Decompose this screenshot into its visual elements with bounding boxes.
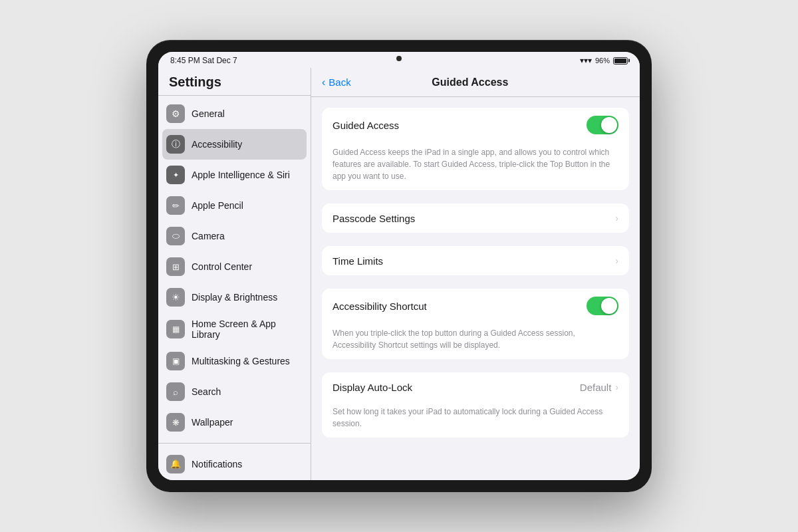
notifications-icon: 🔔 xyxy=(166,455,185,473)
guided-access-toggle-thumb xyxy=(601,117,617,133)
sidebar-item-multitasking[interactable]: ▣ Multitasking & Gestures xyxy=(158,346,311,376)
guided-access-label: Guided Access xyxy=(332,120,587,131)
back-chevron-icon: ‹ xyxy=(322,76,325,88)
accessibility-shortcut-card: Accessibility Shortcut When you triple-c… xyxy=(322,289,629,359)
battery-fill xyxy=(614,59,626,63)
display-auto-lock-card: Display Auto-Lock Default › Set how long… xyxy=(322,372,629,438)
sidebar-item-apple-intelligence[interactable]: ✦ Apple Intelligence & Siri xyxy=(158,160,311,190)
apple-intelligence-icon: ✦ xyxy=(166,166,185,184)
sidebar-item-sounds[interactable]: 🔊 Sounds xyxy=(158,479,311,481)
guided-access-toggle[interactable] xyxy=(587,116,618,134)
wallpaper-label: Wallpaper xyxy=(192,417,303,428)
accessibility-shortcut-label: Accessibility Shortcut xyxy=(332,301,587,312)
passcode-settings-card: Passcode Settings › xyxy=(322,203,629,233)
apple-intelligence-label: Apple Intelligence & Siri xyxy=(192,170,303,180)
display-auto-lock-value: Default xyxy=(580,382,612,393)
settings-list: ⚙ General ⓘ Accessibility ✦ Apple Intell… xyxy=(158,96,311,480)
battery-icon xyxy=(613,57,628,65)
home-screen-icon: ▦ xyxy=(166,320,185,338)
display-auto-lock-label: Display Auto-Lock xyxy=(332,382,580,393)
general-icon: ⚙ xyxy=(166,104,185,123)
back-label: Back xyxy=(329,76,350,88)
guided-access-row: Guided Access xyxy=(322,108,629,142)
battery-pct: 96% xyxy=(595,57,610,65)
content-area: Settings ⚙ General ⓘ Accessibility xyxy=(158,68,640,480)
sidebar-item-display-brightness[interactable]: ☀ Display & Brightness xyxy=(158,282,311,313)
display-auto-lock-chevron-icon: › xyxy=(615,382,618,392)
ipad-frame: 8:45 PM Sat Dec 7 ▾▾▾ 96% Settings xyxy=(146,40,652,492)
time-limits-card: Time Limits › xyxy=(322,246,629,275)
passcode-chevron-icon: › xyxy=(615,213,618,223)
sidebar-divider xyxy=(158,443,311,444)
search-icon: ⌕ xyxy=(166,382,185,401)
sidebar-item-search[interactable]: ⌕ Search xyxy=(158,376,311,407)
apple-pencil-icon: ✏ xyxy=(166,196,185,215)
sidebar-item-control-center[interactable]: ⊞ Control Center xyxy=(158,251,311,282)
camera-dot xyxy=(396,56,402,61)
right-panel-title: Guided Access xyxy=(351,76,589,88)
back-button[interactable]: ‹ Back xyxy=(322,76,351,88)
status-time: 8:45 PM Sat Dec 7 xyxy=(170,56,237,65)
guided-access-description: Guided Access keeps the iPad in a single… xyxy=(322,142,629,190)
accessibility-shortcut-toggle-thumb xyxy=(601,298,617,314)
display-brightness-icon: ☀ xyxy=(166,288,185,307)
right-panel: ‹ Back Guided Access Guided Access xyxy=(311,68,640,480)
accessibility-label: Accessibility xyxy=(192,139,303,150)
right-content: Guided Access Guided Access keeps the iP… xyxy=(311,97,640,480)
ipad-screen: 8:45 PM Sat Dec 7 ▾▾▾ 96% Settings xyxy=(158,52,640,480)
accessibility-shortcut-toggle[interactable] xyxy=(587,297,618,315)
control-center-label: Control Center xyxy=(192,261,303,272)
accessibility-shortcut-description: When you triple-click the top button dur… xyxy=(322,323,629,359)
display-brightness-label: Display & Brightness xyxy=(192,292,303,303)
multitasking-label: Multitasking & Gestures xyxy=(192,356,303,366)
sidebar-item-notifications[interactable]: 🔔 Notifications xyxy=(158,449,311,479)
settings-section-1: ⚙ General ⓘ Accessibility ✦ Apple Intell… xyxy=(158,96,311,440)
right-header: ‹ Back Guided Access xyxy=(311,68,640,97)
sidebar-item-home-screen[interactable]: ▦ Home Screen & App Library xyxy=(158,313,311,346)
guided-access-card: Guided Access Guided Access keeps the iP… xyxy=(322,108,629,190)
time-limits-row[interactable]: Time Limits › xyxy=(322,246,629,275)
wifi-icon: ▾▾▾ xyxy=(580,56,592,65)
sidebar-item-general[interactable]: ⚙ General xyxy=(158,98,311,129)
passcode-settings-row[interactable]: Passcode Settings › xyxy=(322,203,629,233)
sidebar-item-camera[interactable]: ⬭ Camera xyxy=(158,221,311,251)
time-limits-label: Time Limits xyxy=(332,255,615,267)
accessibility-shortcut-row: Accessibility Shortcut xyxy=(322,289,629,323)
camera-label: Camera xyxy=(192,231,303,241)
passcode-settings-label: Passcode Settings xyxy=(332,213,615,224)
settings-section-2: 🔔 Notifications 🔊 Sounds 🌙 Focus xyxy=(158,446,311,481)
camera-icon: ⬭ xyxy=(166,227,185,245)
control-center-icon: ⊞ xyxy=(166,257,185,276)
status-right: ▾▾▾ 96% xyxy=(580,56,628,65)
display-auto-lock-description: Set how long it takes your iPad to autom… xyxy=(322,402,629,438)
display-auto-lock-row[interactable]: Display Auto-Lock Default › xyxy=(322,372,629,402)
sidebar-item-accessibility[interactable]: ⓘ Accessibility xyxy=(162,129,307,160)
search-label: Search xyxy=(192,386,303,397)
home-screen-label: Home Screen & App Library xyxy=(192,319,303,340)
sidebar-item-apple-pencil[interactable]: ✏ Apple Pencil xyxy=(158,190,311,221)
sidebar-item-wallpaper[interactable]: ❋ Wallpaper xyxy=(158,407,311,438)
notifications-label: Notifications xyxy=(192,459,303,469)
sidebar: Settings ⚙ General ⓘ Accessibility xyxy=(158,68,311,480)
accessibility-icon: ⓘ xyxy=(166,135,185,154)
sidebar-title: Settings xyxy=(158,68,311,96)
multitasking-icon: ▣ xyxy=(166,352,185,370)
general-label: General xyxy=(192,108,303,119)
time-limits-chevron-icon: › xyxy=(615,255,618,266)
apple-pencil-label: Apple Pencil xyxy=(192,200,303,211)
wallpaper-icon: ❋ xyxy=(166,413,185,432)
